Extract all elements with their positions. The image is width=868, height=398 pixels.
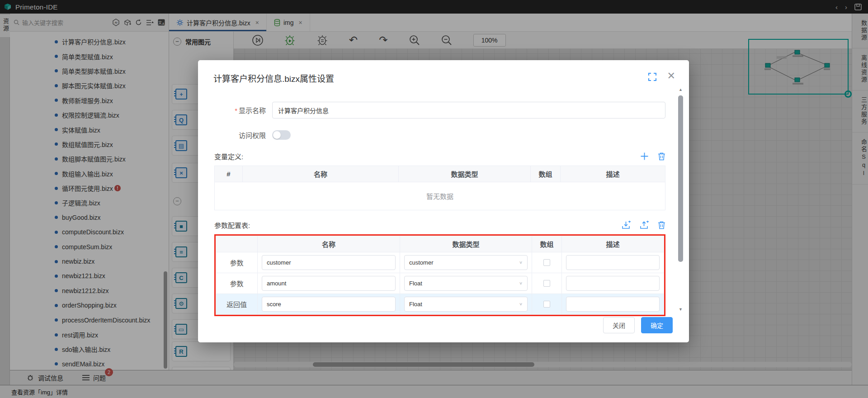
chevron-down-icon: ∨ (519, 260, 523, 265)
delete-variable-icon[interactable] (658, 152, 665, 161)
close-icon[interactable]: ✕ (667, 70, 675, 82)
display-name-label: *显示名称 (214, 105, 272, 115)
params-table-row[interactable]: 参数Float∨ (216, 273, 664, 294)
param-desc-input[interactable] (566, 276, 660, 291)
col-header: # (215, 166, 243, 182)
display-name-input[interactable] (272, 102, 665, 118)
variables-table: # 名称 数据类型 数组 描述 暂无数据 (214, 166, 665, 210)
close-button[interactable]: 关闭 (603, 317, 635, 333)
param-name-input[interactable] (262, 297, 396, 312)
col-header: 描述 (561, 166, 665, 182)
param-desc-input[interactable] (566, 297, 660, 312)
param-datatype-select[interactable]: customer∨ (404, 255, 528, 270)
col-header (216, 236, 258, 252)
col-header: 名称 (243, 166, 399, 182)
params-section-label: 参数配置表: (214, 220, 250, 230)
access-label: 访问权限 (214, 130, 272, 140)
dialog-scrollbar-thumb[interactable] (678, 95, 683, 262)
param-name-input[interactable] (262, 255, 396, 270)
dialog-scrollbar[interactable]: ▲ ▼ (678, 87, 684, 312)
param-datatype-select[interactable]: Float∨ (404, 297, 528, 312)
selected-datatype: customer (409, 259, 433, 266)
col-header: 描述 (562, 236, 664, 252)
dialog-title: 计算客户积分信息.bizx属性设置 (213, 72, 334, 84)
col-header: 数据类型 (400, 236, 532, 252)
params-table-row[interactable]: 参数customer∨ (216, 252, 664, 273)
col-header: 数组 (531, 166, 561, 182)
params-table: 名称 数据类型 数组 描述 参数customer∨参数Float∨返回值Floa… (216, 236, 664, 315)
param-type-label: 参数 (216, 273, 258, 294)
delete-params-icon[interactable] (658, 221, 665, 229)
scroll-down-icon[interactable]: ▼ (678, 307, 684, 312)
export-params-icon[interactable] (640, 221, 649, 230)
col-header: 数组 (532, 236, 562, 252)
variables-section-label: 变量定义: (214, 152, 243, 161)
param-array-checkbox[interactable] (543, 259, 550, 266)
param-type-label: 参数 (216, 252, 258, 273)
chevron-down-icon: ∨ (519, 281, 523, 285)
params-table-row[interactable]: 返回值Float∨ (216, 294, 664, 315)
scroll-up-icon[interactable]: ▲ (678, 87, 684, 92)
param-array-checkbox[interactable] (543, 280, 550, 287)
col-header: 名称 (258, 236, 400, 252)
params-table-highlight: 名称 数据类型 数组 描述 参数customer∨参数Float∨返回值Floa… (214, 234, 665, 316)
required-star: * (235, 107, 237, 114)
empty-data-text: 暂无数据 (215, 182, 665, 210)
confirm-button[interactable]: 确定 (641, 317, 673, 333)
selected-datatype: Float (409, 301, 422, 308)
access-toggle[interactable] (272, 130, 291, 140)
fullscreen-icon[interactable] (648, 73, 656, 81)
param-type-label: 返回值 (216, 294, 258, 315)
param-desc-input[interactable] (566, 255, 660, 270)
selected-datatype: Float (409, 280, 422, 287)
properties-dialog: 计算客户积分信息.bizx属性设置 ✕ *显示名称 访问权限 变量定义: (198, 60, 689, 342)
import-params-icon[interactable] (622, 221, 631, 230)
param-array-checkbox[interactable] (543, 301, 550, 308)
param-name-input[interactable] (262, 276, 396, 291)
chevron-down-icon: ∨ (519, 302, 523, 306)
app-window: Primeton-IDE ‹ › 资源 输入关键字搜索 (0, 0, 868, 398)
col-header: 数据类型 (399, 166, 531, 182)
param-datatype-select[interactable]: Float∨ (404, 276, 528, 291)
add-variable-icon[interactable] (640, 152, 649, 161)
